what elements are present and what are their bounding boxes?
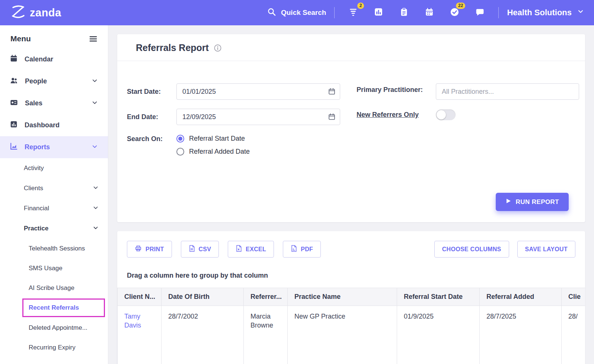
cell-practice-name: New GP Practice <box>288 306 397 364</box>
pdf-export-button[interactable]: PDF <box>283 241 321 258</box>
sidebar-item-label: People <box>25 77 47 85</box>
cell-referral-start-date: 01/9/2025 <box>397 306 480 364</box>
sidebar-item-label: Practice <box>24 225 48 232</box>
people-icon <box>10 76 18 87</box>
column-header-referral-start-date[interactable]: Referral Start Date <box>397 288 480 306</box>
toggle-knob <box>437 110 446 119</box>
radio-referral-start-date[interactable]: Referral Start Date <box>176 135 250 143</box>
run-report-label: RUN REPORT <box>516 198 559 206</box>
sidebar-item-ai-scribe-usage[interactable]: AI Scribe Usage <box>0 278 108 298</box>
tasks-button[interactable]: 22 <box>446 4 463 21</box>
calendar-topbar-button[interactable] <box>421 4 437 21</box>
sidebar-item-recent-referrals[interactable]: Recent Referrals <box>22 298 105 317</box>
calendar-picker-icon[interactable] <box>328 87 336 95</box>
page-title: Referrals Report <box>136 42 209 53</box>
tasks-badge: 22 <box>456 3 465 9</box>
quick-search-button[interactable]: Quick Search <box>265 4 328 21</box>
zanda-logo-icon <box>10 4 27 22</box>
results-table: Client N... Date Of Birth Referrer... Pr… <box>117 288 585 364</box>
column-header-date-of-birth[interactable]: Date Of Birth <box>162 288 244 306</box>
print-label: PRINT <box>146 246 164 253</box>
notes-button[interactable] <box>396 4 412 21</box>
calendar-icon <box>425 7 434 18</box>
chevron-down-icon <box>92 184 99 193</box>
sidebar-item-clients[interactable]: Clients <box>0 178 108 198</box>
chevron-down-icon <box>577 8 584 17</box>
cell-client-extra: 28/ <box>562 306 585 364</box>
brand-home-link[interactable]: zanda <box>10 4 61 22</box>
client-link[interactable]: Tamy Davis <box>124 313 141 329</box>
run-report-button[interactable]: RUN REPORT <box>496 193 569 211</box>
topbar: zanda Quick Search 2 <box>0 0 594 25</box>
excel-label: EXCEL <box>246 246 266 253</box>
hamburger-menu-icon[interactable] <box>89 35 98 43</box>
sidebar-item-financial[interactable]: Financial <box>0 198 108 218</box>
info-icon[interactable] <box>214 44 222 52</box>
start-date-input[interactable] <box>176 83 340 100</box>
sidebar-item-activity[interactable]: Activity <box>0 158 108 178</box>
play-icon <box>505 198 511 206</box>
sidebar-item-people[interactable]: People <box>0 70 108 92</box>
column-header-referrer[interactable]: Referrer... <box>244 288 288 306</box>
cell-referrer: Marcia Browne <box>244 306 288 364</box>
sidebar-item-sms-usage[interactable]: SMS Usage <box>0 258 108 278</box>
primary-practitioner-input[interactable] <box>436 83 579 100</box>
group-by-drop-zone[interactable]: Drag a column here to group by that colu… <box>117 258 585 288</box>
topbar-divider <box>334 7 335 18</box>
search-icon <box>267 7 276 18</box>
sidebar-item-telehealth-sessions[interactable]: Telehealth Sessions <box>0 239 108 258</box>
printer-icon <box>135 245 142 253</box>
chevron-down-icon <box>92 224 99 233</box>
choose-columns-button[interactable]: CHOOSE COLUMNS <box>434 241 509 258</box>
sidebar-item-dashboard[interactable]: Dashboard <box>0 114 108 136</box>
radio-unselected-icon <box>176 148 184 156</box>
sidebar: Menu Calendar People <box>0 25 108 364</box>
radio-selected-icon <box>176 135 184 143</box>
pdf-label: PDF <box>301 246 313 253</box>
sidebar-item-label: Financial <box>24 205 49 212</box>
sidebar-item-label: Deleted Appointme... <box>29 324 87 332</box>
sidebar-item-label: Dashboard <box>25 121 60 129</box>
print-button[interactable]: PRINT <box>127 241 172 258</box>
primary-practitioner-label: Primary Practitioner: <box>357 83 436 95</box>
column-header-referral-added[interactable]: Referral Added <box>480 288 562 306</box>
sidebar-item-label: Recurring Expiry <box>29 344 76 351</box>
waitlist-icon <box>348 7 358 18</box>
save-layout-button[interactable]: SAVE LAYOUT <box>517 241 575 258</box>
radio-referral-added-date[interactable]: Referral Added Date <box>176 148 250 156</box>
sidebar-item-recurring-expiry[interactable]: Recurring Expiry <box>0 338 108 357</box>
csv-export-button[interactable]: CSV <box>181 241 219 258</box>
account-menu[interactable]: Health Solutions <box>505 8 584 17</box>
chevron-down-icon <box>91 77 98 86</box>
cell-date-of-birth: 28/7/2002 <box>162 306 244 364</box>
waitlist-button[interactable]: 2 <box>345 4 361 21</box>
new-referrers-toggle[interactable] <box>436 109 456 120</box>
sidebar-item-reports[interactable]: Reports <box>0 136 108 158</box>
calendar-picker-icon[interactable] <box>328 113 336 121</box>
new-referrers-only-label[interactable]: New Referrers Only <box>357 111 436 119</box>
end-date-input[interactable] <box>176 109 340 125</box>
column-header-client-name[interactable]: Client N... <box>118 288 162 306</box>
sidebar-item-deleted-appointments[interactable]: Deleted Appointme... <box>0 318 108 338</box>
insights-button[interactable] <box>370 4 387 21</box>
excel-export-button[interactable]: EXCEL <box>228 241 274 258</box>
sidebar-item-sales[interactable]: Sales <box>0 92 108 114</box>
sidebar-item-practice[interactable]: Practice <box>0 218 108 239</box>
column-header-client-extra[interactable]: Clie <box>562 288 585 306</box>
column-header-practice-name[interactable]: Practice Name <box>288 288 397 306</box>
chat-bubble-icon <box>475 7 485 18</box>
chevron-down-icon <box>91 143 98 152</box>
cell-referral-added: 28/7/2025 <box>480 306 562 364</box>
bar-chart-icon <box>374 7 383 18</box>
menu-title: Menu <box>10 34 31 43</box>
sidebar-item-label: AI Scribe Usage <box>29 284 74 292</box>
chevron-down-icon <box>91 99 98 108</box>
messages-button[interactable] <box>472 4 488 21</box>
sidebar-item-calendar[interactable]: Calendar <box>0 48 108 70</box>
sidebar-item-label: Telehealth Sessions <box>29 245 85 252</box>
dashboard-icon <box>10 120 18 130</box>
sales-icon <box>10 98 18 109</box>
start-date-label: Start Date: <box>127 87 176 96</box>
calendar-icon <box>10 54 18 64</box>
save-layout-label: SAVE LAYOUT <box>525 246 568 253</box>
